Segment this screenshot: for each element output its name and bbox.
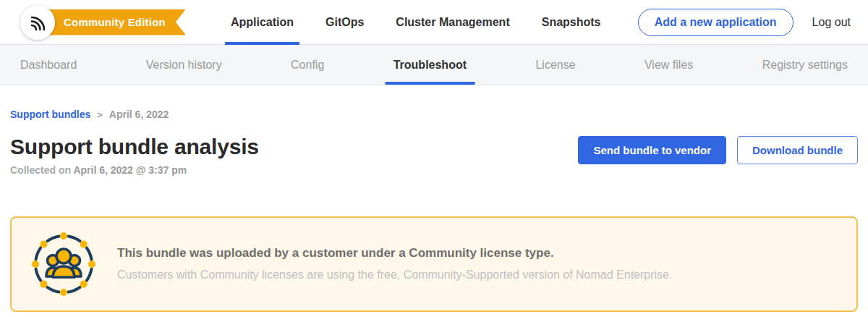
brand-area: Community Edition bbox=[20, 5, 186, 40]
subnav-license[interactable]: License bbox=[532, 45, 578, 85]
title-row: Support bundle analysis Collected on Apr… bbox=[10, 135, 858, 176]
download-bundle-button[interactable]: Download bundle bbox=[737, 136, 858, 164]
breadcrumb-current: April 6, 2022 bbox=[109, 109, 169, 120]
send-bundle-to-vendor-button[interactable]: Send bundle to vendor bbox=[578, 136, 726, 164]
community-license-banner: This bundle was uploaded by a customer u… bbox=[10, 216, 858, 312]
tab-snapshots[interactable]: Snapshots bbox=[526, 0, 617, 44]
signal-wave-icon bbox=[27, 12, 48, 33]
subnav-troubleshoot[interactable]: Troubleshoot bbox=[391, 45, 469, 85]
tab-gitops[interactable]: GitOps bbox=[310, 0, 380, 44]
header-actions: Add a new application Log out bbox=[638, 9, 851, 36]
banner-body: Customers with Community licenses are us… bbox=[117, 269, 672, 282]
collected-timestamp: Collected on April 6, 2022 @ 3:37 pm bbox=[10, 164, 259, 176]
add-new-application-button[interactable]: Add a new application bbox=[638, 9, 793, 36]
breadcrumb-separator: > bbox=[97, 109, 103, 120]
community-people-icon bbox=[30, 231, 97, 297]
logout-link[interactable]: Log out bbox=[812, 16, 851, 29]
tab-application[interactable]: Application bbox=[215, 0, 310, 44]
subnav-dashboard[interactable]: Dashboard bbox=[17, 45, 80, 85]
breadcrumb: Support bundles > April 6, 2022 bbox=[10, 109, 858, 120]
title-block: Support bundle analysis Collected on Apr… bbox=[10, 135, 259, 176]
replicated-logo-icon[interactable] bbox=[20, 5, 55, 40]
subnav-version-history[interactable]: Version history bbox=[143, 45, 225, 85]
main-content: Support bundles > April 6, 2022 Support … bbox=[0, 109, 868, 312]
tab-cluster-management[interactable]: Cluster Management bbox=[380, 0, 525, 44]
app-subnav: Dashboard Version history Config Trouble… bbox=[0, 45, 868, 85]
subnav-view-files[interactable]: View files bbox=[642, 45, 696, 85]
community-edition-badge: Community Edition bbox=[39, 9, 186, 35]
banner-heading: This bundle was uploaded by a customer u… bbox=[117, 246, 672, 261]
collected-date: April 6, 2022 @ 3:37 pm bbox=[73, 164, 187, 176]
banner-text: This bundle was uploaded by a customer u… bbox=[117, 246, 672, 283]
subnav-registry-settings[interactable]: Registry settings bbox=[760, 45, 851, 85]
page-title: Support bundle analysis bbox=[10, 135, 259, 159]
bundle-actions: Send bundle to vendor Download bundle bbox=[578, 135, 858, 164]
subnav-config[interactable]: Config bbox=[288, 45, 327, 85]
breadcrumb-support-bundles-link[interactable]: Support bundles bbox=[10, 109, 90, 120]
primary-nav: Application GitOps Cluster Management Sn… bbox=[215, 0, 617, 44]
collected-prefix: Collected on bbox=[10, 164, 73, 176]
top-header: Community Edition Application GitOps Clu… bbox=[0, 0, 868, 45]
